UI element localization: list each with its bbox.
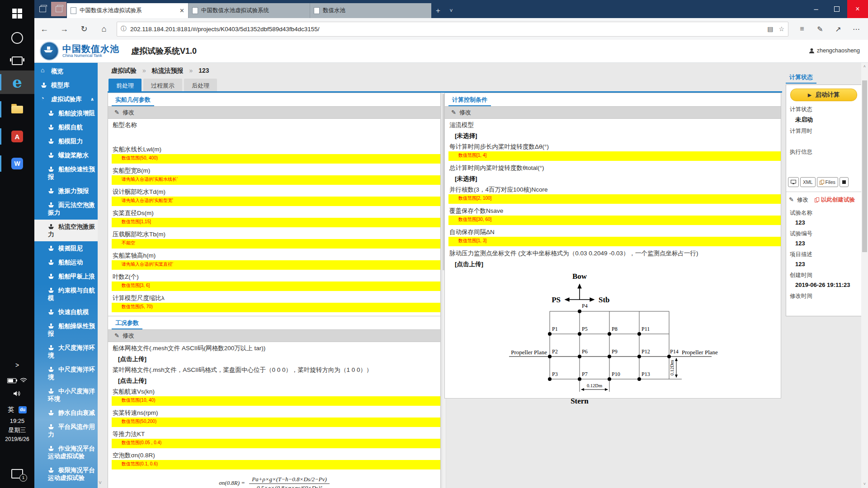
sidebar-item[interactable]: 静水自由衰减 — [34, 406, 98, 420]
field-input[interactable]: 数值范围[1,15] — [112, 218, 440, 227]
scrollbar-thumb[interactable] — [862, 80, 867, 252]
sidebar-item[interactable]: 船舶甲板上浪 — [34, 269, 98, 283]
sidebar-item[interactable]: 螺旋桨敞水 — [34, 148, 98, 162]
field-action-link[interactable] — [112, 204, 440, 205]
sidebar-item[interactable]: 模型库 — [34, 78, 98, 92]
start-button[interactable] — [0, 3, 34, 24]
field-input[interactable]: [未选择] — [445, 130, 781, 140]
favorite-star-icon[interactable]: ☆ — [778, 25, 784, 33]
sidebar-item[interactable]: 作业海况平台运动虚拟试验 — [34, 441, 98, 463]
field-action-link[interactable]: [点击上传] — [108, 354, 440, 363]
field-input[interactable]: 请先输入合适的'实桨直径' — [112, 260, 440, 270]
site-info-icon[interactable]: ⓘ — [121, 25, 127, 33]
taskbar-acrobat-button[interactable]: A — [0, 125, 34, 148]
field-input[interactable]: 数值范围(50, 400) — [112, 154, 440, 164]
browser-tab[interactable]: 中国数值水池虚拟试验系 ✕ — [67, 3, 188, 18]
cortana-button[interactable] — [0, 27, 34, 49]
browser-tab[interactable]: 中国数值水池虚拟试验系统 ✕ — [188, 3, 310, 18]
field-input[interactable]: 数值范围(0.1, 0.6) — [112, 460, 440, 469]
tabs-aside-button[interactable] — [35, 2, 50, 16]
edit-experiment-button[interactable]: ✎修改 — [789, 196, 808, 204]
field-action-link[interactable] — [112, 267, 440, 269]
breadcrumb-item[interactable]: 粘流法预报 — [152, 67, 184, 74]
field-input[interactable]: 请先输入合适的'实船水线长' — [112, 175, 440, 185]
sidebar-item[interactable]: 虚拟试验库 ∧ — [34, 92, 98, 106]
sidebar-item[interactable]: 船舶操纵性预报 — [34, 319, 98, 341]
field-action-link[interactable] — [112, 467, 440, 469]
back-button[interactable]: ← — [34, 24, 54, 34]
taskbar-wps-button[interactable]: W — [0, 152, 34, 175]
sidebar-item[interactable]: 大尺度海洋环境 — [34, 341, 98, 362]
field-action-link[interactable] — [112, 225, 440, 226]
sidebar-item[interactable]: 船舶快速性预报 — [34, 162, 98, 184]
field-input[interactable]: [点击上传] — [108, 353, 440, 363]
field-input[interactable]: 数值范围(10, 40) — [112, 396, 440, 406]
field-input[interactable] — [112, 130, 440, 142]
reading-view-icon[interactable]: ▤ — [767, 25, 773, 33]
sidebar-item[interactable]: 平台风流作用力 — [34, 420, 98, 441]
address-bar[interactable]: ⓘ 202.118.184.201:8181/#/projects/K0403/… — [117, 22, 788, 37]
sidebar-item[interactable]: 涡激振动 — [34, 485, 98, 488]
sidebar-item[interactable]: 粘流空泡激振力 — [34, 220, 98, 241]
field-input[interactable]: 数值范围(5, 70) — [112, 303, 440, 312]
breadcrumb-item[interactable]: 虚拟试验 — [111, 67, 137, 74]
taskbar-clock[interactable]: 19:25 星期三 2019/6/26 — [0, 417, 34, 444]
field-input[interactable]: 数值范围[3, 6] — [112, 282, 440, 291]
sidebar-item[interactable]: 中小尺度海洋环境 — [34, 384, 98, 406]
field-action-link[interactable] — [448, 159, 781, 160]
new-tab-button[interactable]: + — [431, 3, 445, 18]
field-input[interactable]: 数值范围[1, 4] — [448, 151, 781, 161]
field-input[interactable]: 数值范围[1, 3] — [448, 237, 781, 246]
section-title[interactable]: 工况参数 — [112, 317, 142, 329]
sidebar-item[interactable]: 约束模与自航模 — [34, 283, 98, 305]
field-action-link[interactable]: [未选择] — [445, 131, 781, 140]
field-input[interactable]: [点击上传] — [445, 258, 781, 268]
sidebar-item[interactable]: 激振力预报 — [34, 184, 98, 198]
stop-button[interactable] — [840, 177, 849, 187]
browser-tab[interactable]: 数值水池 ✕ — [310, 3, 431, 18]
window-maximize-button[interactable] — [826, 0, 847, 18]
section-title[interactable]: 实船几何参数 — [112, 94, 154, 106]
sidebar-item[interactable]: 船模阻力 — [34, 134, 98, 148]
tray-input-method[interactable]: 英 du — [0, 406, 34, 414]
monitor-button[interactable] — [788, 177, 799, 187]
clone-experiment-button[interactable]: 以此创建试验 — [815, 196, 855, 204]
field-action-link[interactable] — [112, 131, 440, 132]
sidebar-item[interactable]: 船舶运动 — [34, 255, 98, 269]
scroll-down-arrow[interactable]: ˅ — [861, 482, 868, 486]
field-input[interactable]: [未选择] — [445, 173, 781, 183]
tab-list-chevron[interactable]: ˅ — [445, 3, 458, 18]
taskbar-explorer-button[interactable] — [0, 98, 34, 121]
url-text[interactable]: 202.118.184.201:8181/#/projects/K0403/5d… — [130, 26, 762, 33]
window-minimize-button[interactable]: ─ — [806, 0, 826, 18]
status-panel-title[interactable]: 计算状态 — [786, 71, 816, 84]
section-title[interactable]: 计算控制条件 — [448, 94, 491, 106]
hub-button[interactable]: ≡ — [793, 25, 811, 33]
forward-button[interactable]: → — [54, 24, 74, 34]
field-action-link[interactable] — [112, 446, 440, 447]
tray-expand-chevron[interactable]: > — [0, 361, 34, 369]
edit-button[interactable]: 修改 — [459, 109, 471, 116]
field-action-link[interactable] — [112, 183, 440, 184]
field-input[interactable]: 数值范围[30, 60] — [448, 216, 781, 225]
field-action-link[interactable] — [448, 202, 781, 203]
sidebar-item[interactable]: 概览 — [34, 64, 98, 78]
sidebar-item[interactable]: 极限海况平台运动虚拟试验 — [34, 463, 98, 485]
sidebar-item[interactable]: 船模自航 — [34, 120, 98, 134]
window-close-button[interactable]: × — [847, 0, 868, 18]
field-action-link[interactable]: [点击上传] — [108, 375, 440, 385]
edit-button[interactable]: 修改 — [123, 332, 134, 339]
field-action-link[interactable]: [点击上传] — [445, 259, 781, 268]
field-action-link[interactable] — [112, 289, 440, 290]
tray-power-network[interactable] — [0, 378, 34, 383]
field-action-link[interactable] — [448, 244, 781, 245]
field-input[interactable]: 数值范围(0.05 , 0.4) — [112, 439, 440, 448]
sidebar-item[interactable]: 中尺度海洋环境 — [34, 362, 98, 384]
home-button[interactable]: ⌂ — [94, 24, 114, 34]
field-input[interactable]: 不能空 — [112, 239, 440, 249]
files-button[interactable]: Files — [817, 177, 838, 187]
field-input[interactable]: 数值范围(50,200) — [112, 418, 440, 427]
sidebar-item[interactable]: 面元法空泡激振力 — [34, 198, 98, 220]
field-input[interactable]: 请先输入合适的'实船型宽' — [112, 197, 440, 206]
field-input[interactable]: 数值范围[2, 100] — [448, 194, 781, 204]
